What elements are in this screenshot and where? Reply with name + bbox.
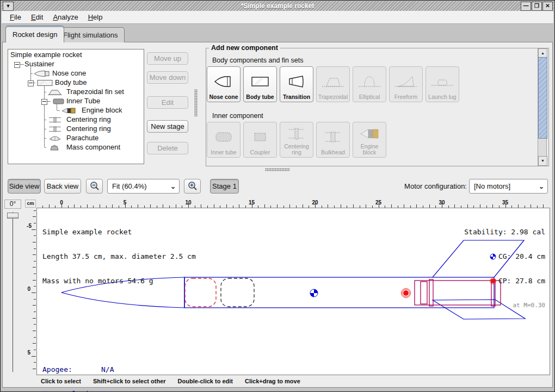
rocket-info-name: Simple example rocket [42, 228, 196, 236]
mach-note: at M=0.30 [464, 301, 545, 309]
vertical-splitter[interactable] [194, 89, 198, 116]
bulkhead-button-icon [321, 124, 345, 150]
stability-info: Stability: 2.98 cal CG: 20.4 cm CP: 27.8… [464, 211, 545, 326]
side-view-button[interactable]: Side view [8, 179, 41, 194]
apogee-label: Apogee: [42, 365, 101, 374]
freeform-fin-button[interactable]: Freeform [389, 66, 423, 102]
scrollbar-thumb[interactable] [538, 57, 547, 139]
tree-item-engine-block[interactable]: Engine block [82, 106, 122, 114]
elliptical-fin-button[interactable]: Elliptical [353, 66, 386, 102]
zoom-level-select[interactable]: Fit (60.4%) ⌄ [107, 179, 180, 194]
rotation-angle-label: 0° [4, 200, 21, 209]
inner-tube-icon [52, 98, 66, 105]
flight-info: Apogee:N/A Max. velocity:N/A Max. accele… [42, 349, 114, 392]
ruler-unit-label: cm [25, 200, 36, 208]
hint-double-click: Double-click to edit [178, 378, 233, 384]
minimize-button[interactable]: — [521, 2, 531, 11]
rocket-info: Simple example rocket Length 37.5 cm, ma… [42, 211, 196, 301]
status-bar: Click to select Shift+click to select ot… [41, 378, 300, 384]
rotation-slider-track[interactable] [13, 212, 13, 372]
elliptical-fin-button-icon [357, 69, 381, 94]
back-view-button[interactable]: Back view [44, 179, 81, 194]
tab-flight-simulations[interactable]: Flight simulations [56, 27, 125, 42]
window-title: *Simple example rocket [1, 2, 554, 10]
parachute-icon [47, 135, 63, 142]
transition-button[interactable]: Transition [280, 66, 313, 102]
launch-lug-button[interactable]: Launch lug [425, 66, 459, 102]
motor-configuration-select[interactable]: [No motors] ⌄ [469, 179, 548, 194]
coupler-button-icon [248, 124, 272, 150]
delete-button[interactable]: Delete [147, 142, 188, 154]
engine-block-outline [421, 282, 427, 304]
centering-ring-button[interactable]: Centering ring [280, 122, 313, 158]
zoom-in-button[interactable] [184, 179, 201, 194]
move-down-button[interactable]: Move down [147, 71, 188, 84]
cg-legend-icon [490, 253, 496, 260]
menu-edit[interactable]: Edit [26, 12, 48, 22]
tab-rocket-design[interactable]: Rocket design [5, 26, 64, 42]
move-up-button[interactable]: Move up [147, 52, 188, 65]
menu-help[interactable]: Help [83, 12, 108, 22]
maximize-button[interactable]: ❐ [532, 2, 542, 11]
zoom-out-button[interactable] [86, 179, 103, 194]
motor-configuration-value: [No motors] [470, 182, 535, 190]
cg-marker [310, 289, 318, 297]
tree-item-nose-cone[interactable]: Nose cone [52, 69, 86, 77]
tree-item-centering-ring-2[interactable]: Centering ring [66, 125, 111, 133]
chevron-down-icon: ⌄ [535, 183, 547, 190]
rotation-slider-handle[interactable] [7, 213, 18, 219]
hint-click-drag: Click+drag to move [245, 378, 300, 384]
inner-tube-button[interactable]: Inner tube [207, 122, 240, 158]
scroll-down-icon[interactable]: ▼ [538, 156, 547, 166]
nose-cone-button-icon [213, 69, 235, 94]
rocket-canvas[interactable]: Simple example rocket Length 37.5 cm, ma… [36, 208, 550, 375]
edit-button[interactable]: Edit [147, 96, 188, 109]
tree-item-parachute[interactable]: Parachute [66, 134, 98, 142]
body-tube-button-icon [249, 69, 271, 94]
stability-value: Stability: 2.98 cal [464, 228, 545, 236]
horizontal-splitter[interactable] [265, 168, 290, 171]
menu-bar: File Edit Analyze Help [2, 11, 553, 24]
tree-item-centering-ring-1[interactable]: Centering ring [66, 115, 111, 123]
stage-1-toggle[interactable]: Stage 1 [210, 179, 239, 194]
component-tree[interactable]: Simple example rocket Sustainer Nose con… [8, 49, 144, 164]
tree-item-mass-component[interactable]: Mass component [66, 143, 120, 151]
trapezoidal-fin-button[interactable]: Trapezoidal [316, 66, 350, 102]
zoom-in-icon [187, 181, 198, 192]
tree-item-body-tube[interactable]: Body tube [55, 78, 87, 86]
menu-analyze[interactable]: Analyze [48, 12, 83, 22]
ruler-left-ticks: -5 0 5 [25, 208, 36, 375]
close-button[interactable]: ✕ [542, 2, 553, 11]
body-tube-icon [36, 79, 54, 86]
hint-click-select: Click to select [41, 378, 81, 384]
expander-sustainer[interactable] [14, 62, 20, 68]
menu-file[interactable]: File [5, 12, 26, 22]
bulkhead-button[interactable]: Bulkhead [316, 122, 350, 158]
tree-item-rocket[interactable]: Simple example rocket [10, 51, 82, 59]
transition-button-icon [286, 69, 307, 94]
inner-tube-button-icon [212, 124, 236, 150]
launch-lug-button-icon [430, 69, 454, 94]
nose-cone-button[interactable]: Nose cone [207, 66, 240, 102]
trapezoidal-fin-button-icon [321, 69, 345, 94]
expander-inner-tube[interactable] [41, 99, 47, 105]
body-tube-button[interactable]: Body tube [243, 66, 277, 102]
add-component-title: Add new component [209, 44, 280, 52]
cp-legend-icon [490, 278, 496, 284]
new-stage-button[interactable]: New stage [147, 120, 188, 133]
app-window: ▼ *Simple example rocket — ❐ ✕ File Edit… [0, 0, 555, 392]
engine-block-button[interactable]: Engine block [353, 122, 386, 158]
component-scrollbar[interactable]: ▲ ▼ [538, 48, 547, 166]
engine-block-icon [61, 107, 76, 114]
cp-value: CP: 27.8 cm [498, 277, 545, 285]
tree-item-inner-tube[interactable]: Inner Tube [66, 97, 100, 105]
centering-ring-outline-1 [429, 279, 433, 306]
title-bar: ▼ *Simple example rocket — ❐ ✕ [1, 1, 554, 11]
zoom-level-value: Fit (60.4%) [108, 182, 167, 190]
nose-cone-icon [33, 70, 51, 77]
centering-ring-icon-2 [47, 126, 63, 133]
expander-body-tube[interactable] [28, 80, 34, 86]
tree-item-sustainer[interactable]: Sustainer [24, 60, 54, 68]
coupler-button[interactable]: Coupler [243, 122, 277, 158]
tree-item-fin-set[interactable]: Trapezoidal fin set [66, 88, 124, 96]
